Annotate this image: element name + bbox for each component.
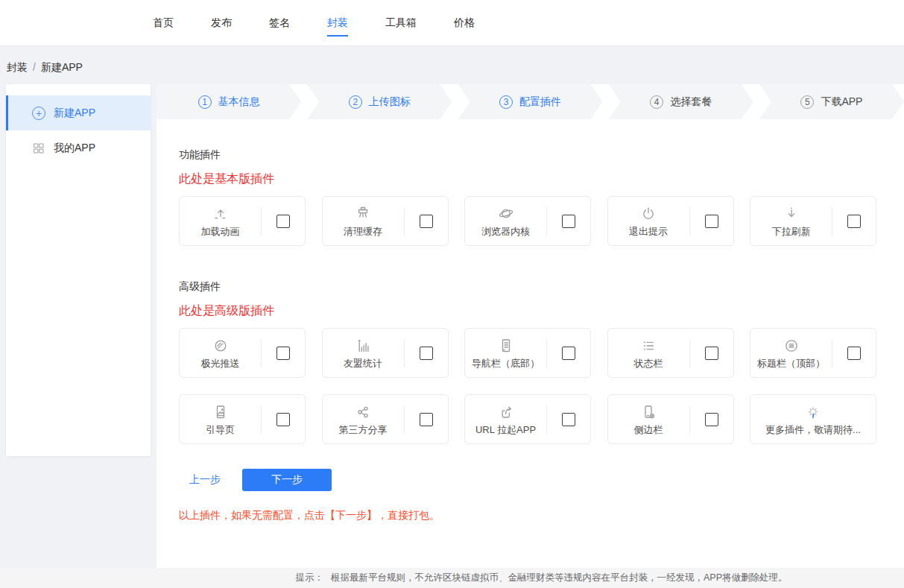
jpush-icon [211, 335, 230, 355]
plugin-label: 导航栏（底部） [472, 357, 540, 370]
image-icon [211, 402, 230, 421]
advanced-plugins-row-2: 引导页 第三方分享 [179, 394, 876, 444]
plugin-card-third-party-share[interactable]: 第三方分享 [322, 394, 449, 444]
plugin-card-jpush[interactable]: 极光推送 [179, 328, 306, 378]
plugin-card-clear-cache[interactable]: 清理缓存 [322, 196, 449, 246]
plugin-label: 极光推送 [201, 357, 240, 370]
advanced-plugins-title: 高级插件 [179, 280, 904, 294]
plugin-label: 加载动画 [201, 225, 240, 238]
nav-item-toolbox[interactable]: 工具箱 [385, 16, 417, 30]
brush-icon [353, 203, 373, 223]
upload-icon [211, 203, 230, 223]
step-label: 上传图标 [369, 95, 411, 109]
breadcrumb-section[interactable]: 封装 [7, 61, 28, 73]
plugin-card-nav-bar-bottom[interactable]: 导航栏（底部） [464, 328, 591, 378]
top-nav: 首页 发布 签名 封装 工具箱 价格 [0, 0, 904, 46]
main-panel: 1 基本信息 2 上传图标 3 配置插件 4 选择套餐 5 下载APP [157, 84, 904, 568]
sidebar-item-new-app[interactable]: + 新建APP [6, 95, 151, 130]
actions-row: 上一步 下一步 [189, 469, 904, 491]
plugin-checkbox[interactable] [276, 347, 290, 360]
step-label: 配置插件 [519, 95, 561, 109]
plugin-checkbox[interactable] [562, 347, 575, 360]
plugin-label: 标题栏（顶部） [757, 357, 825, 370]
plugin-checkbox[interactable] [847, 347, 861, 360]
document-list-icon [496, 335, 516, 355]
plugin-card-pull-refresh[interactable]: 下拉刷新 [750, 196, 876, 246]
basic-plugins-note: 此处是基本版插件 [179, 171, 904, 187]
step-number: 1 [198, 95, 212, 109]
step-number: 5 [800, 95, 814, 109]
plugin-label: 退出提示 [629, 225, 668, 238]
plugin-label: 更多插件，敬请期待... [765, 423, 861, 437]
nav-item-publish[interactable]: 发布 [211, 16, 232, 30]
stepper: 1 基本信息 2 上传图标 3 配置插件 4 选择套餐 5 下载APP [157, 84, 904, 119]
power-icon [639, 203, 658, 223]
plugin-card-exit-prompt[interactable]: 退出提示 [607, 196, 734, 246]
plugin-label: 侧边栏 [634, 423, 663, 437]
plugin-checkbox[interactable] [847, 215, 861, 228]
footer-notice: 提示： 根据最新平台规则，不允许区块链虚拟币、金融理财类等违规内容在平台封装，一… [0, 568, 904, 588]
step-label: 基本信息 [218, 95, 260, 109]
advanced-plugins-note: 此处是高级版插件 [179, 303, 904, 319]
step-download-app: 5 下载APP [759, 84, 904, 119]
plugin-checkbox[interactable] [420, 413, 433, 426]
plugin-card-guide-page[interactable]: 引导页 [179, 394, 306, 444]
share-icon [353, 402, 373, 421]
basic-plugins-title: 功能插件 [179, 148, 904, 162]
footer-text: 根据最新平台规则，不允许区块链虚拟币、金融理财类等违规内容在平台封装，一经发现，… [331, 572, 788, 584]
step-label: 选择套餐 [670, 95, 712, 109]
plugin-label: 引导页 [206, 423, 235, 437]
next-step-button[interactable]: 下一步 [242, 469, 332, 491]
breadcrumb-current: 新建APP [41, 61, 83, 73]
gear-icon [803, 402, 823, 422]
packaging-hint: 以上插件，如果无需配置，点击【下一步】，直接打包。 [179, 509, 904, 522]
bar-chart-icon [353, 335, 373, 355]
launch-icon [496, 402, 516, 421]
plugin-card-side-bar[interactable]: 侧边栏 [607, 394, 734, 444]
plugin-label: 友盟统计 [344, 357, 382, 370]
breadcrumb-separator: / [33, 61, 36, 73]
plugin-checkbox[interactable] [420, 347, 433, 360]
plugin-checkbox[interactable] [705, 413, 718, 426]
step-number: 3 [499, 95, 513, 109]
plugin-label: 第三方分享 [339, 423, 388, 437]
plugin-card-umeng-stats[interactable]: 友盟统计 [322, 328, 449, 378]
plugin-card-more-coming-soon: 更多插件，敬请期待... [750, 394, 876, 444]
plugin-card-title-bar-top[interactable]: 标题栏（顶部） [750, 328, 876, 378]
plugin-label: 浏览器内核 [481, 225, 530, 238]
advanced-plugins-row-1: 极光推送 友盟统计 [179, 328, 876, 378]
plugin-label: 下拉刷新 [772, 225, 811, 238]
prev-step-link[interactable]: 上一步 [189, 473, 221, 487]
step-number: 4 [650, 95, 663, 109]
plugin-card-status-bar[interactable]: 状态栏 [607, 328, 734, 378]
plugin-card-loading-animation[interactable]: 加载动画 [179, 196, 306, 246]
step-number: 2 [349, 95, 362, 109]
circle-lines-icon [782, 335, 801, 355]
sidebar-item-my-app[interactable]: 我的APP [6, 130, 151, 165]
plugin-checkbox[interactable] [420, 215, 433, 228]
nav-item-package[interactable]: 封装 [327, 16, 348, 30]
phone-gear-icon [639, 402, 658, 421]
plugin-checkbox[interactable] [705, 215, 718, 228]
nav-item-sign[interactable]: 签名 [269, 16, 290, 30]
step-choose-plan: 4 选择套餐 [609, 84, 753, 119]
basic-plugins-row: 加载动画 [179, 196, 876, 246]
sidebar-item-label: 新建APP [54, 107, 95, 120]
plugin-checkbox[interactable] [276, 215, 290, 228]
plugin-checkbox[interactable] [705, 347, 718, 360]
nav-item-home[interactable]: 首页 [153, 16, 174, 30]
step-configure-plugins: 3 配置插件 [458, 84, 602, 119]
plugin-checkbox[interactable] [562, 215, 575, 228]
plugin-label: 清理缓存 [344, 225, 382, 238]
breadcrumb: 封装/新建APP [0, 46, 904, 84]
plugin-card-url-launch[interactable]: URL 拉起APP [464, 394, 591, 444]
plugin-label: 状态栏 [634, 357, 663, 370]
plugin-card-browser-kernel[interactable]: 浏览器内核 [464, 196, 591, 246]
nav-item-price[interactable]: 价格 [454, 16, 475, 30]
planet-icon [496, 203, 516, 223]
plugin-checkbox[interactable] [276, 413, 290, 426]
arrow-down-icon [782, 203, 801, 223]
plugin-checkbox[interactable] [562, 413, 575, 426]
plugin-label: URL 拉起APP [475, 423, 536, 437]
footer-prefix: 提示： [295, 572, 323, 584]
